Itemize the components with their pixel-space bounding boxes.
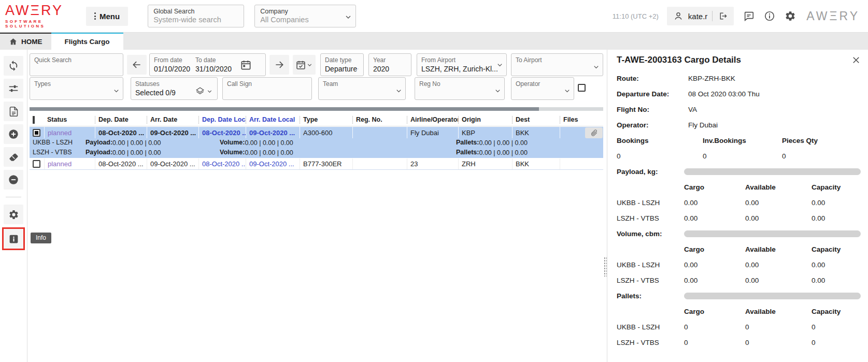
to-date-group[interactable]: To date 31/10/2020 <box>195 56 232 73</box>
settings-button[interactable] <box>4 205 23 224</box>
attachment-button[interactable] <box>585 127 603 138</box>
extra-filter-checkbox[interactable] <box>578 84 586 92</box>
refresh-icon <box>8 60 19 71</box>
flight-row-selected[interactable]: planned 08-Oct-2020 ... 09-Oct-2020 ... … <box>30 126 603 138</box>
col-status[interactable]: Status <box>44 116 95 124</box>
col-arr-date[interactable]: Arr. Date <box>147 116 198 124</box>
horizontal-scrollbar[interactable] <box>30 107 603 111</box>
info-button[interactable] <box>4 229 23 249</box>
panel-divider[interactable] <box>603 50 607 362</box>
statuses-select[interactable]: Statuses Selected 0/9 <box>131 77 218 100</box>
global-search-input[interactable]: Global Search System-wide search <box>148 5 244 27</box>
col-dep-date-local[interactable]: Dep. Date Local <box>198 116 246 124</box>
calendar-icon[interactable] <box>240 59 252 71</box>
next-period-button[interactable] <box>269 55 289 75</box>
col-files[interactable]: Files <box>560 116 603 124</box>
filters-button[interactable] <box>4 79 23 98</box>
from-airport-select[interactable]: From Airport LSZH, ZRH, Zurich-Kl... <box>417 53 507 76</box>
dest-cell: BKK <box>512 158 560 169</box>
leg-payload: Payload: 0.00 | 0.00 | 0.00 <box>86 149 112 156</box>
from-date-group[interactable]: From date 01/10/2020 <box>154 56 190 73</box>
tab-home[interactable]: HOME <box>0 33 51 50</box>
col-reg-no[interactable]: Reg. No. <box>352 116 407 124</box>
col-dep-date[interactable]: Dep. Date <box>95 116 147 124</box>
flight-row[interactable]: planned 08-Oct-2020 ... 09-Oct-2020 ... … <box>30 158 603 170</box>
chevron-down-icon <box>206 88 213 95</box>
user-menu[interactable]: kate.r <box>667 7 734 25</box>
year-field[interactable]: Year 2020 <box>368 53 411 76</box>
quick-search-input[interactable]: Quick Search <box>30 53 123 76</box>
leg-row[interactable]: UKBB - LSZH Payload: 0.00 | 0.00 | 0.00 … <box>30 138 603 148</box>
tab-flights-cargo[interactable]: Flights Cargo <box>51 33 123 50</box>
leg-volume: Volume: 0.00 | 0.00 | 0.00 <box>220 139 245 146</box>
cargo-value: 0.00 <box>684 261 745 269</box>
operator-label: Operator <box>516 80 570 88</box>
arr-date-cell: 09-Oct-2020 ... <box>147 158 198 169</box>
top-bar: AWΞRY SOFTWARE SOLUTIONS Menu Global Sea… <box>0 0 868 32</box>
col-cargo: Cargo <box>684 245 745 253</box>
call-sign-input[interactable]: Call Sign <box>222 77 312 100</box>
awery-logo: AWΞRY SOFTWARE SOLUTIONS <box>5 4 72 28</box>
report-button[interactable] <box>4 102 23 121</box>
airline-cell: Fly Dubai <box>407 127 458 138</box>
menu-button-label: Menu <box>99 12 120 21</box>
quick-search-label: Quick Search <box>34 56 119 64</box>
row-checkbox[interactable] <box>33 129 40 137</box>
col-available: Available <box>745 183 812 191</box>
status-cell: planned <box>44 127 95 138</box>
operator-label: Operator: <box>617 121 688 129</box>
col-origin[interactable]: Origin <box>458 116 512 124</box>
remove-button[interactable] <box>4 170 23 190</box>
user-icon <box>673 11 684 21</box>
dep-date-local-cell: 08-Oct-2020 ... <box>198 158 246 169</box>
scrollbar-thumb[interactable] <box>30 107 539 111</box>
date-preset-button[interactable] <box>293 55 316 75</box>
reg-no-select[interactable]: Reg No <box>415 77 505 100</box>
settings-gear-icon[interactable] <box>785 10 796 22</box>
col-arr-date-local[interactable]: Arr. Date Local <box>246 116 300 124</box>
awery-wordmark: AWΞRY <box>806 9 860 23</box>
awery-logo-text: AWΞRY <box>5 4 72 18</box>
team-select[interactable]: Team <box>318 77 406 100</box>
paperclip-icon <box>590 129 598 137</box>
types-select[interactable]: Types <box>30 77 123 100</box>
row-checkbox[interactable] <box>33 160 40 168</box>
leg-route: UKBB - LSZH <box>617 261 684 269</box>
reg-no-cell <box>352 127 407 138</box>
info-circle-icon[interactable] <box>764 10 775 22</box>
dep-date-cell: 08-Oct-2020 ... <box>95 127 147 138</box>
leg-route: LSZH - VTBS <box>617 277 684 284</box>
company-label: Company <box>260 8 350 15</box>
leg-row[interactable]: LSZH - VTBS Payload: 0.00 | 0.00 | 0.00 … <box>30 148 603 158</box>
layers-icon <box>195 86 205 96</box>
clear-button[interactable] <box>4 147 23 167</box>
divider-grip[interactable] <box>604 257 607 277</box>
date-range-field[interactable]: From date 01/10/2020 To date 31/10/2020 <box>149 53 266 76</box>
calendar-check-icon <box>295 60 306 70</box>
available-value: 0.00 <box>745 214 812 222</box>
right-arrow-icon <box>274 60 284 70</box>
menu-button[interactable]: Menu <box>86 7 128 26</box>
close-icon[interactable] <box>851 55 861 65</box>
refresh-button[interactable] <box>4 56 23 76</box>
date-type-select[interactable]: Date type Departure <box>320 53 364 76</box>
prev-period-button[interactable] <box>127 55 147 75</box>
company-select[interactable]: Company All Companies <box>254 5 356 27</box>
flight-no-value: VA <box>688 106 697 113</box>
add-button[interactable] <box>4 124 23 144</box>
counters-header: Bookings Inv.Bookings Pieces Qty <box>617 133 861 148</box>
dep-date-local-cell: 08-Oct-2020 ... <box>198 127 246 138</box>
to-date-label: To date <box>195 56 232 64</box>
feedback-chat-icon[interactable] <box>743 10 755 22</box>
call-sign-label: Call Sign <box>227 80 307 88</box>
pallets-columns: Cargo Available Capacity <box>617 303 861 319</box>
col-dest[interactable]: Dest <box>512 116 560 124</box>
to-airport-select[interactable]: To Airport <box>511 53 603 76</box>
select-all-checkbox[interactable] <box>33 116 35 124</box>
from-date-label: From date <box>154 56 190 64</box>
operator-select[interactable]: Operator <box>511 77 574 100</box>
logout-icon[interactable] <box>717 11 728 21</box>
col-airline-operator[interactable]: Airline/Operator <box>407 116 458 124</box>
dep-date-cell: 08-Oct-2020 ... <box>95 158 147 169</box>
col-type[interactable]: Type <box>300 116 352 124</box>
